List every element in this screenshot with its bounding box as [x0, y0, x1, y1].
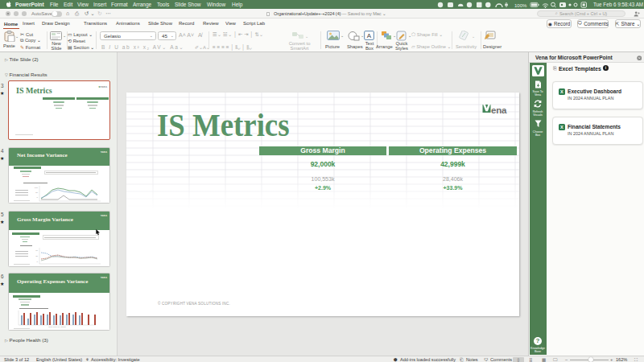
- svg-text:50: 50: [35, 191, 38, 194]
- svg-text:A: A: [367, 32, 372, 39]
- svg-text:0: 0: [37, 261, 39, 263]
- svg-text:60: 60: [35, 249, 38, 252]
- svg-text:30: 30: [35, 255, 38, 257]
- svg-text:0: 0: [37, 196, 39, 199]
- svg-text:100: 100: [35, 187, 39, 189]
- svg-text:2024 Plan vs Actuals: 2024 Plan vs Actuals: [48, 326, 66, 327]
- svg-text:100%: 100%: [514, 3, 527, 8]
